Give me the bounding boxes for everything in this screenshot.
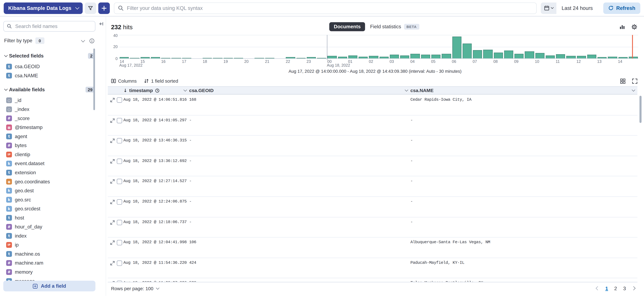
field-list-item[interactable]: _index xyxy=(3,105,106,114)
table-header-timestamp[interactable]: ↓ timestamp xyxy=(124,88,189,93)
cell-csa-geoid[interactable]: - xyxy=(189,176,410,183)
field-list-item[interactable]: hour_of_day xyxy=(3,222,106,231)
field-list-item[interactable]: host xyxy=(3,213,106,222)
cell-csa-name[interactable]: Albuquerque-Santa Fe-Las Vegas, NM xyxy=(410,238,638,245)
field-list-item[interactable]: geo.dest xyxy=(3,186,106,195)
field-sorted-button[interactable]: 1 field sorted xyxy=(144,78,178,83)
data-view-picker-button[interactable]: Kibana Sample Data Logs xyxy=(4,2,82,14)
time-range-button[interactable]: Last 24 hours xyxy=(556,2,598,14)
expand-row-icon[interactable] xyxy=(110,200,115,204)
collapse-sidebar-icon[interactable] xyxy=(98,21,104,27)
cell-timestamp[interactable]: Aug 18, 2022 @ 13:46:36.315 xyxy=(124,136,189,143)
row-checkbox[interactable] xyxy=(117,261,122,266)
expand-row-icon[interactable] xyxy=(110,159,115,164)
cell-csa-name[interactable]: - xyxy=(410,136,638,143)
field-list-item[interactable]: bytes xyxy=(3,141,106,150)
fullscreen-icon[interactable] xyxy=(632,78,638,84)
next-page-icon[interactable] xyxy=(632,287,636,291)
cell-csa-geoid[interactable]: 106 xyxy=(189,238,410,245)
field-list-item[interactable]: geo.coordinates xyxy=(3,177,106,186)
available-fields-header[interactable]: Available fields 29 xyxy=(3,85,96,94)
expand-row-icon[interactable] xyxy=(110,261,115,265)
chart-options-icon[interactable] xyxy=(619,24,625,30)
cell-timestamp[interactable]: Aug 18, 2022 @ 12:18:06.737 xyxy=(124,217,189,224)
row-checkbox[interactable] xyxy=(117,97,122,103)
row-checkbox[interactable] xyxy=(117,240,122,245)
cell-csa-name[interactable]: Tulsa-Muskogee-Bartlesville, OK xyxy=(410,279,638,282)
row-checkbox[interactable] xyxy=(117,199,122,205)
expand-row-icon[interactable] xyxy=(110,220,115,225)
cell-csa-geoid[interactable]: - xyxy=(189,156,410,163)
previous-page-icon[interactable] xyxy=(596,287,600,291)
field-list-item[interactable]: geo.srcdest xyxy=(3,204,106,213)
pagination-page[interactable]: 3 xyxy=(623,286,626,291)
add-filter-button[interactable] xyxy=(98,2,110,14)
cell-csa-geoid[interactable]: 424 xyxy=(189,258,410,265)
kql-search-input[interactable] xyxy=(114,2,536,14)
expand-row-icon[interactable] xyxy=(110,179,115,184)
row-checkbox[interactable] xyxy=(117,179,122,184)
field-search-input[interactable] xyxy=(3,21,96,31)
tab-field-statistics[interactable]: Field statistics BETA xyxy=(370,24,419,30)
cell-timestamp[interactable]: Aug 18, 2022 @ 12:27:14.527 xyxy=(124,176,189,183)
chevron-down-icon[interactable] xyxy=(405,88,408,92)
query-menu-button[interactable] xyxy=(84,2,96,14)
row-checkbox[interactable] xyxy=(117,159,122,164)
field-list-item[interactable]: geo.src xyxy=(3,195,106,204)
expand-row-icon[interactable] xyxy=(110,118,115,123)
cell-csa-name[interactable]: Cedar Rapids-Iowa City, IA xyxy=(410,95,638,102)
chevron-down-icon[interactable] xyxy=(632,88,635,92)
row-checkbox[interactable] xyxy=(117,220,122,225)
expand-row-icon[interactable] xyxy=(110,139,115,143)
chevron-down-icon[interactable] xyxy=(184,88,187,92)
field-list-item[interactable]: index xyxy=(3,231,106,241)
expand-row-icon[interactable] xyxy=(110,241,115,245)
cell-csa-geoid[interactable]: 168 xyxy=(189,95,410,102)
info-icon[interactable] xyxy=(89,38,95,43)
filter-by-type-button[interactable]: Filter by type 0 xyxy=(3,36,96,46)
refresh-button[interactable]: Refresh xyxy=(604,2,640,14)
cell-timestamp[interactable]: Aug 18, 2022 @ 11:28:27.826 xyxy=(124,279,189,282)
cell-csa-geoid[interactable]: - xyxy=(189,136,410,143)
add-field-button[interactable]: Add a field xyxy=(3,281,96,292)
cell-timestamp[interactable]: Aug 18, 2022 @ 14:01:05.297 xyxy=(124,115,189,122)
cell-csa-name[interactable]: Paducah-Mayfield, KY-IL xyxy=(410,258,638,265)
date-picker-menu-button[interactable] xyxy=(541,2,556,14)
columns-button[interactable]: Columns xyxy=(111,78,137,83)
cell-csa-geoid[interactable]: - xyxy=(189,197,410,204)
table-scrollbar[interactable] xyxy=(640,96,642,123)
expand-row-icon[interactable] xyxy=(110,281,115,282)
table-header-name[interactable]: csa.NAME xyxy=(410,88,638,93)
field-list-item[interactable]: machine.os xyxy=(3,250,106,259)
cell-timestamp[interactable]: Aug 18, 2022 @ 12:04:41.998 xyxy=(124,238,189,245)
pagination-page[interactable]: 1 xyxy=(605,286,608,291)
field-list-item[interactable]: csa.GEOID xyxy=(3,62,106,71)
cell-timestamp[interactable]: Aug 18, 2022 @ 14:06:51.816 xyxy=(124,95,189,102)
row-checkbox[interactable] xyxy=(117,118,122,123)
table-header-geoid[interactable]: csa.GEOID xyxy=(189,88,410,93)
field-list-item[interactable]: @timestamp xyxy=(3,123,106,132)
field-list-item[interactable]: csa.NAME xyxy=(3,71,106,80)
sidebar-scrollbar[interactable] xyxy=(94,48,95,110)
field-list-item[interactable]: memory xyxy=(3,268,106,277)
expand-row-icon[interactable] xyxy=(110,98,115,102)
cell-csa-geoid[interactable]: 538 xyxy=(189,279,410,282)
cell-timestamp[interactable]: Aug 18, 2022 @ 13:36:12.692 xyxy=(124,156,189,163)
row-checkbox[interactable] xyxy=(117,281,122,282)
cell-csa-name[interactable]: - xyxy=(410,197,638,204)
field-list-item[interactable]: event.dataset xyxy=(3,159,106,168)
cell-csa-name[interactable]: - xyxy=(410,217,638,224)
rows-per-page-button[interactable]: Rows per page: 100 xyxy=(111,286,158,291)
cell-csa-name[interactable]: - xyxy=(410,156,638,163)
cell-csa-geoid[interactable]: - xyxy=(189,115,410,122)
cell-csa-geoid[interactable]: - xyxy=(189,217,410,224)
selected-fields-header[interactable]: Selected fields 2 xyxy=(3,52,96,60)
pagination-page[interactable]: 2 xyxy=(614,286,617,291)
field-list-item[interactable]: clientip xyxy=(3,150,106,159)
field-list-item[interactable]: _id xyxy=(3,96,106,105)
field-list-item[interactable]: agent xyxy=(3,132,106,141)
cell-timestamp[interactable]: Aug 18, 2022 @ 12:24:06.875 xyxy=(124,197,189,204)
tab-documents[interactable]: Documents xyxy=(329,22,365,31)
row-checkbox[interactable] xyxy=(117,138,122,143)
display-options-icon[interactable] xyxy=(620,78,626,84)
